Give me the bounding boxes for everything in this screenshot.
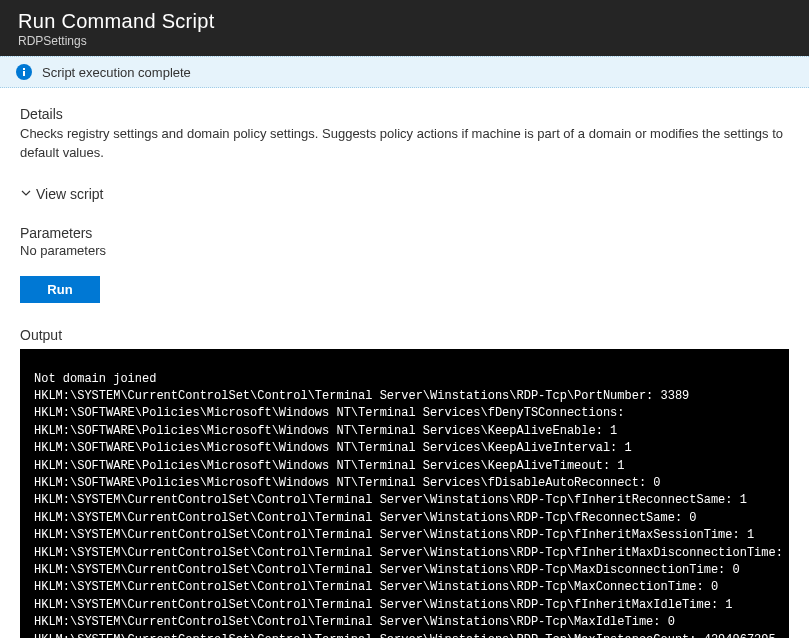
details-heading: Details <box>20 106 789 122</box>
view-script-label: View script <box>36 186 103 202</box>
header: Run Command Script RDPSettings <box>0 0 809 56</box>
output-heading: Output <box>20 327 789 343</box>
status-bar: Script execution complete <box>0 56 809 88</box>
svg-rect-2 <box>23 68 25 70</box>
info-icon <box>16 64 32 80</box>
chevron-down-icon <box>20 185 32 203</box>
content-area: Details Checks registry settings and dom… <box>0 88 809 638</box>
run-button[interactable]: Run <box>20 276 100 303</box>
parameters-heading: Parameters <box>20 225 789 241</box>
page-title: Run Command Script <box>18 10 791 33</box>
view-script-toggle[interactable]: View script <box>20 185 789 203</box>
parameters-text: No parameters <box>20 243 789 258</box>
svg-rect-1 <box>23 71 25 76</box>
status-message: Script execution complete <box>42 65 191 80</box>
details-text: Checks registry settings and domain poli… <box>20 125 789 163</box>
page-subtitle: RDPSettings <box>18 34 791 48</box>
output-console: Not domain joined HKLM:\SYSTEM\CurrentCo… <box>20 349 789 638</box>
